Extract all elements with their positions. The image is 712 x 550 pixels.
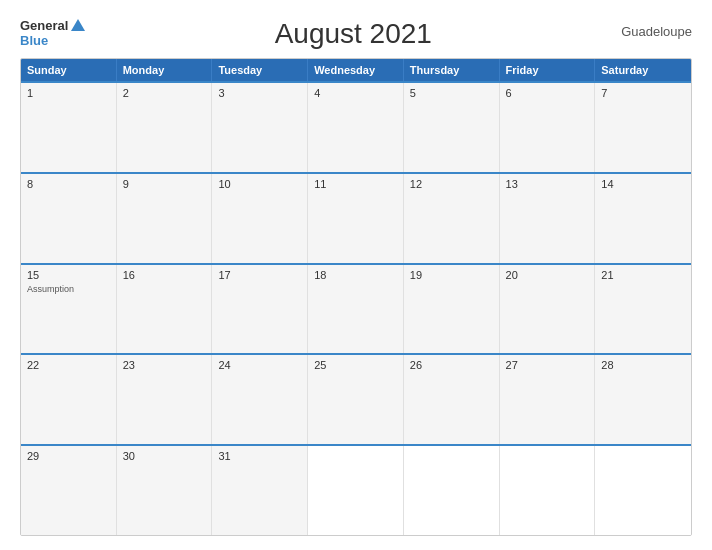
page-header: General Blue August 2021 Guadeloupe [20, 18, 692, 50]
logo-general: General [20, 18, 68, 33]
day-number: 17 [218, 269, 301, 281]
day-number: 14 [601, 178, 685, 190]
day-number: 20 [506, 269, 589, 281]
day-number: 28 [601, 359, 685, 371]
logo-triangle-icon [71, 19, 85, 31]
logo: General Blue [20, 18, 85, 48]
calendar-cell: 22 [21, 355, 117, 444]
day-number: 29 [27, 450, 110, 462]
day-number: 12 [410, 178, 493, 190]
day-number: 24 [218, 359, 301, 371]
day-number: 13 [506, 178, 589, 190]
day-number: 9 [123, 178, 206, 190]
calendar-cell: 30 [117, 446, 213, 535]
calendar-cell: 14 [595, 174, 691, 263]
calendar-cell: 21 [595, 265, 691, 354]
header-day-sunday: Sunday [21, 59, 117, 81]
logo-blue: Blue [20, 33, 48, 48]
header-day-thursday: Thursday [404, 59, 500, 81]
holiday-label: Assumption [27, 284, 110, 294]
calendar-cell: 9 [117, 174, 213, 263]
week-row-2: 891011121314 [21, 172, 691, 263]
day-number: 22 [27, 359, 110, 371]
day-number: 31 [218, 450, 301, 462]
calendar-cell [404, 446, 500, 535]
calendar-cell: 25 [308, 355, 404, 444]
day-number: 2 [123, 87, 206, 99]
calendar-cell [308, 446, 404, 535]
day-number: 11 [314, 178, 397, 190]
calendar-cell [500, 446, 596, 535]
calendar-cell: 4 [308, 83, 404, 172]
day-number: 15 [27, 269, 110, 281]
calendar-cell: 12 [404, 174, 500, 263]
calendar-cell: 27 [500, 355, 596, 444]
calendar-body: 123456789101112131415Assumption161718192… [21, 81, 691, 535]
calendar-cell: 26 [404, 355, 500, 444]
calendar-cell: 18 [308, 265, 404, 354]
header-day-saturday: Saturday [595, 59, 691, 81]
calendar-cell: 11 [308, 174, 404, 263]
week-row-5: 293031 [21, 444, 691, 535]
day-number: 7 [601, 87, 685, 99]
calendar-cell: 3 [212, 83, 308, 172]
calendar-cell: 7 [595, 83, 691, 172]
week-row-3: 15Assumption161718192021 [21, 263, 691, 354]
calendar-cell: 29 [21, 446, 117, 535]
header-day-wednesday: Wednesday [308, 59, 404, 81]
calendar-cell: 16 [117, 265, 213, 354]
day-number: 25 [314, 359, 397, 371]
day-number: 19 [410, 269, 493, 281]
calendar-cell: 6 [500, 83, 596, 172]
header-day-friday: Friday [500, 59, 596, 81]
header-day-tuesday: Tuesday [212, 59, 308, 81]
day-number: 26 [410, 359, 493, 371]
day-number: 3 [218, 87, 301, 99]
calendar-cell: 24 [212, 355, 308, 444]
day-number: 16 [123, 269, 206, 281]
calendar-cell: 8 [21, 174, 117, 263]
calendar-cell: 20 [500, 265, 596, 354]
week-row-4: 22232425262728 [21, 353, 691, 444]
country-label: Guadeloupe [621, 18, 692, 39]
calendar-cell: 13 [500, 174, 596, 263]
calendar-cell: 10 [212, 174, 308, 263]
calendar-header: SundayMondayTuesdayWednesdayThursdayFrid… [21, 59, 691, 81]
day-number: 30 [123, 450, 206, 462]
calendar-cell: 23 [117, 355, 213, 444]
calendar-cell: 17 [212, 265, 308, 354]
header-day-monday: Monday [117, 59, 213, 81]
calendar-cell: 19 [404, 265, 500, 354]
day-number: 8 [27, 178, 110, 190]
calendar-cell: 15Assumption [21, 265, 117, 354]
calendar-grid: SundayMondayTuesdayWednesdayThursdayFrid… [20, 58, 692, 536]
day-number: 23 [123, 359, 206, 371]
day-number: 5 [410, 87, 493, 99]
calendar-cell: 31 [212, 446, 308, 535]
calendar-cell: 5 [404, 83, 500, 172]
calendar-cell: 28 [595, 355, 691, 444]
day-number: 18 [314, 269, 397, 281]
day-number: 6 [506, 87, 589, 99]
day-number: 10 [218, 178, 301, 190]
calendar-cell [595, 446, 691, 535]
day-number: 4 [314, 87, 397, 99]
calendar-page: General Blue August 2021 Guadeloupe Sund… [0, 0, 712, 550]
calendar-cell: 1 [21, 83, 117, 172]
day-number: 21 [601, 269, 685, 281]
month-title: August 2021 [85, 18, 621, 50]
calendar-cell: 2 [117, 83, 213, 172]
day-number: 1 [27, 87, 110, 99]
week-row-1: 1234567 [21, 81, 691, 172]
day-number: 27 [506, 359, 589, 371]
